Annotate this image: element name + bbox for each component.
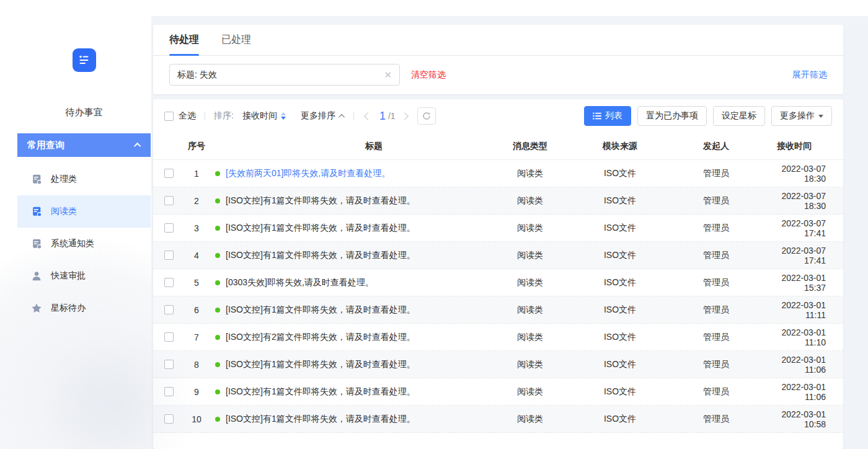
row-checkbox[interactable] xyxy=(164,414,174,424)
chevron-down-icon xyxy=(818,115,823,118)
row-title-link[interactable]: [0303失效]即将失效,请及时查看处理。 xyxy=(226,277,374,288)
sidebar-group-common-queries[interactable]: 常用查询 xyxy=(17,133,151,157)
row-title-link[interactable]: [ISO文控]有1篇文件即将失效，请及时查看处理。 xyxy=(226,414,415,425)
row-receive-time: 2022-03-07 17:41 xyxy=(763,218,832,238)
main-area: 待处理 已处理 标题: 失效 ✕ 清空筛选 展开筛选 全选 排 xyxy=(151,16,868,449)
row-module-source: ISO文件 xyxy=(570,277,670,288)
row-index: 9 xyxy=(183,387,210,397)
doc-badge-icon xyxy=(31,206,42,217)
more-sort-label: 更多排序 xyxy=(301,110,335,122)
sidebar-item-quick-approval[interactable]: 快速审批 xyxy=(17,260,151,292)
column-header-index: 序号 xyxy=(183,141,210,152)
row-module-source: ISO文件 xyxy=(570,305,670,316)
more-actions-label: 更多操作 xyxy=(780,110,815,122)
set-star-button[interactable]: 设定星标 xyxy=(713,106,765,126)
row-module-source: ISO文件 xyxy=(570,195,670,207)
row-message-type: 阅读类 xyxy=(490,223,570,234)
row-initiator: 管理员 xyxy=(670,277,763,288)
row-module-source: ISO文件 xyxy=(570,332,670,343)
row-title-link[interactable]: [ISO文控]有1篇文件即将失效，请及时查看处理。 xyxy=(226,305,415,316)
sidebar-item-system-notice[interactable]: 系统通知类 xyxy=(17,228,151,260)
row-initiator: 管理员 xyxy=(670,223,763,234)
more-sort-button[interactable]: 更多排序 xyxy=(301,110,345,122)
select-all-label: 全选 xyxy=(179,110,196,122)
select-all-checkbox[interactable] xyxy=(164,112,174,121)
table-row: 6 [ISO文控]有1篇文件即将失效，请及时查看处理。 阅读类 ISO文件 管理… xyxy=(153,296,843,324)
row-message-type: 阅读类 xyxy=(490,168,570,179)
more-actions-button[interactable]: 更多操作 xyxy=(771,106,832,126)
row-checkbox[interactable] xyxy=(164,360,174,369)
row-title-link[interactable]: [ISO文控]有1篇文件即将失效，请及时查看处理。 xyxy=(226,386,415,398)
set-star-label: 设定星标 xyxy=(722,110,756,122)
list-icon xyxy=(593,112,601,120)
title-filter-value: 标题: 失效 xyxy=(177,69,217,81)
tabs-row: 待处理 已处理 xyxy=(153,25,843,56)
row-module-source: ISO文件 xyxy=(570,168,670,179)
close-icon[interactable]: ✕ xyxy=(384,69,392,81)
column-header-time: 接收时间 xyxy=(763,141,832,152)
mark-done-button[interactable]: 置为已办事项 xyxy=(637,106,707,126)
sort-field-receive-time[interactable]: 接收时间 xyxy=(242,110,286,122)
row-checkbox[interactable] xyxy=(164,305,174,314)
row-checkbox[interactable] xyxy=(164,251,174,260)
row-receive-time: 2022-03-01 15:37 xyxy=(763,273,832,293)
row-checkbox[interactable] xyxy=(164,278,174,287)
doc-badge-icon xyxy=(31,174,42,185)
title-filter-input[interactable]: 标题: 失效 ✕ xyxy=(169,64,400,86)
tab-processed[interactable]: 已处理 xyxy=(221,25,251,55)
row-title-link[interactable]: [ISO文控]有1篇文件即将失效，请及时查看处理。 xyxy=(226,223,415,234)
row-message-type: 阅读类 xyxy=(490,277,570,288)
star-icon xyxy=(31,303,42,314)
row-message-type: 阅读类 xyxy=(490,305,570,316)
row-checkbox[interactable] xyxy=(164,332,174,342)
sidebar-item-process[interactable]: 处理类 xyxy=(17,163,151,195)
row-initiator: 管理员 xyxy=(670,414,763,425)
row-index: 1 xyxy=(183,169,210,179)
row-index: 3 xyxy=(183,223,210,233)
table-header: 序号标题消息类型模块来源发起人接收时间 xyxy=(153,133,843,160)
row-receive-time: 2022-03-01 10:58 xyxy=(763,409,832,429)
table-row: 9 [ISO文控]有1篇文件即将失效，请及时查看处理。 阅读类 ISO文件 管理… xyxy=(153,378,843,406)
table-row: 8 [ISO文控]有1篇文件即将失效，请及时查看处理。 阅读类 ISO文件 管理… xyxy=(153,351,843,378)
row-message-type: 阅读类 xyxy=(490,386,570,398)
table-row: 10 [ISO文控]有1篇文件即将失效，请及时查看处理。 阅读类 ISO文件 管… xyxy=(153,406,843,433)
row-title-link[interactable]: [ISO文控]有1篇文件即将失效，请及时查看处理。 xyxy=(226,250,415,261)
sidebar-item-starred[interactable]: 星标待办 xyxy=(17,292,151,324)
unread-dot-icon xyxy=(215,198,220,203)
clear-filter-link[interactable]: 清空筛选 xyxy=(411,69,446,81)
group-header-label: 常用查询 xyxy=(27,140,64,151)
row-initiator: 管理员 xyxy=(670,332,763,343)
row-title-link[interactable]: [ISO文控]有1篇文件即将失效，请及时查看处理。 xyxy=(226,359,415,370)
toolbar-actions: 列表 置为已办事项 设定星标 更多操作 xyxy=(584,106,832,126)
row-title-link[interactable]: [ISO文控]有2篇文件即将失效，请及时查看处理。 xyxy=(226,332,415,343)
sidebar-item-label: 阅读类 xyxy=(51,206,77,217)
mark-done-label: 置为已办事项 xyxy=(646,110,698,122)
todo-page: 待办事宜 常用查询 处理类 阅读类 系统通知类 快速审批 xyxy=(0,0,868,449)
row-module-source: ISO文件 xyxy=(570,386,670,398)
expand-filter-link[interactable]: 展开筛选 xyxy=(792,69,827,81)
sidebar-item-read[interactable]: 阅读类 xyxy=(17,195,151,228)
row-receive-time: 2022-03-01 11:10 xyxy=(763,327,832,347)
list-card: 全选 排序: 接收时间 更多排序 1 /1 xyxy=(153,99,843,449)
prev-page-button[interactable] xyxy=(364,112,372,120)
row-checkbox[interactable] xyxy=(164,196,174,205)
table-row: 1 [失效前两天01]即将失效,请及时查看处理。 阅读类 ISO文件 管理员 2… xyxy=(153,160,843,187)
list-view-button[interactable]: 列表 xyxy=(584,106,631,126)
tab-pending[interactable]: 待处理 xyxy=(169,25,199,55)
row-checkbox[interactable] xyxy=(164,223,174,233)
row-title-link[interactable]: [失效前两天01]即将失效,请及时查看处理。 xyxy=(226,168,390,179)
row-message-type: 阅读类 xyxy=(490,332,570,343)
refresh-button[interactable] xyxy=(417,107,436,125)
row-message-type: 阅读类 xyxy=(490,414,570,425)
toolbar: 全选 排序: 接收时间 更多排序 1 /1 xyxy=(153,99,843,133)
row-initiator: 管理员 xyxy=(670,195,763,207)
row-title-link[interactable]: [ISO文控]有1篇文件即将失效，请及时查看处理。 xyxy=(226,195,415,207)
refresh-icon xyxy=(422,112,431,120)
column-header-init: 发起人 xyxy=(670,141,763,152)
row-message-type: 阅读类 xyxy=(490,195,570,207)
row-checkbox[interactable] xyxy=(164,169,174,178)
row-checkbox[interactable] xyxy=(164,387,174,396)
unread-dot-icon xyxy=(215,253,220,258)
filter-card: 待处理 已处理 标题: 失效 ✕ 清空筛选 展开筛选 xyxy=(153,25,843,94)
next-page-button[interactable] xyxy=(401,112,409,120)
